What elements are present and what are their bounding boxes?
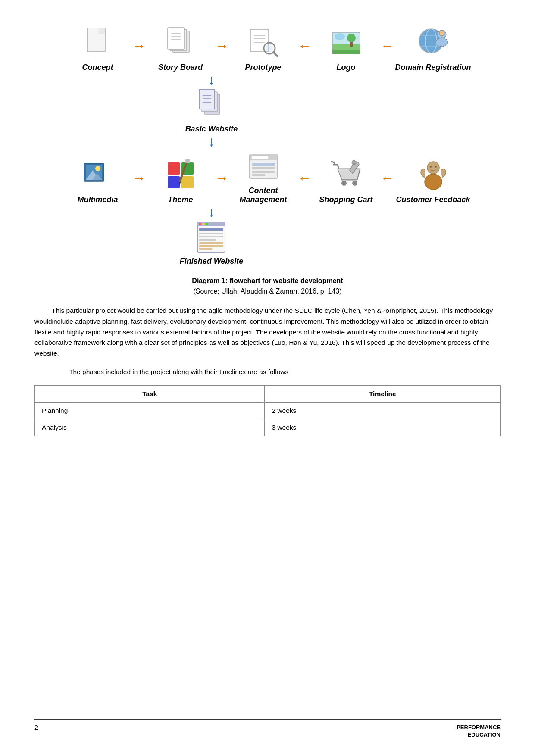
- svg-point-60: [430, 166, 432, 168]
- svg-point-29: [439, 31, 444, 36]
- arrow-domain-logo: ←: [381, 38, 394, 72]
- fc-content: Content Management: [229, 149, 298, 204]
- arrow-theme-content: →: [215, 170, 229, 204]
- svg-rect-18: [332, 50, 360, 54]
- finished-website-label: Finished Website: [180, 257, 244, 266]
- body-paragraph2: The phases included in the project along…: [34, 367, 501, 378]
- finished-website-icon: [194, 220, 228, 254]
- flowchart-row1: Concept → Story Board →: [63, 26, 472, 72]
- fc-storyboard: Story Board: [146, 26, 215, 72]
- page-footer: 2 PERFORMANCE EDUCATION: [34, 719, 501, 739]
- concept-label: Concept: [82, 63, 113, 72]
- diagram-caption: Diagram 1: flowchart for website develop…: [34, 277, 501, 285]
- content-icon: [246, 149, 281, 184]
- svg-rect-63: [197, 222, 225, 226]
- svg-point-40: [95, 166, 100, 171]
- storyboard-label: Story Board: [158, 63, 203, 72]
- svg-point-21: [335, 33, 345, 40]
- svg-rect-50: [251, 156, 269, 159]
- fc-prototype: Prototype: [229, 26, 298, 72]
- table-row: Planning2 weeks: [35, 402, 501, 419]
- svg-rect-73: [199, 248, 212, 250]
- fc-theme: Theme: [146, 158, 215, 204]
- fc-shopping: Shopping Cart: [312, 158, 381, 204]
- arrow-prototype-basic: ↓: [34, 73, 501, 87]
- svg-rect-67: [199, 228, 223, 231]
- svg-rect-43: [168, 176, 180, 188]
- prototype-icon: [246, 26, 281, 60]
- arrow-storyboard-prototype: →: [215, 38, 229, 72]
- svg-line-15: [273, 52, 277, 56]
- svg-point-59: [425, 174, 442, 190]
- svg-point-66: [206, 223, 208, 225]
- multimedia-icon: [81, 158, 115, 193]
- svg-point-65: [202, 223, 205, 225]
- fc-multimedia: Multimedia: [63, 158, 132, 204]
- svg-point-58: [427, 162, 439, 174]
- arrow-concept-storyboard: →: [132, 38, 146, 72]
- fc-domain: Domain Registration: [394, 26, 472, 72]
- flowchart-row2: Multimedia → Theme: [63, 149, 472, 204]
- domain-label: Domain Registration: [395, 63, 471, 72]
- fc-concept: Concept: [63, 26, 132, 72]
- page-number: 2: [34, 724, 38, 731]
- svg-point-64: [199, 223, 201, 225]
- svg-rect-20: [350, 42, 353, 47]
- svg-rect-5: [168, 28, 184, 49]
- svg-point-19: [347, 34, 356, 42]
- basic-website-icon: [194, 87, 228, 122]
- diagram-source: (Source: Ullah, Alauddin & Zaman, 2016, …: [34, 287, 501, 295]
- svg-rect-71: [199, 242, 223, 244]
- shopping-label: Shopping Cart: [319, 195, 373, 204]
- svg-point-28: [436, 38, 448, 47]
- svg-rect-54: [252, 174, 265, 176]
- col-task: Task: [35, 385, 265, 402]
- multimedia-label: Multimedia: [77, 195, 118, 204]
- body-paragraph1: This particular project would be carried…: [34, 306, 501, 359]
- domain-icon: [416, 26, 451, 60]
- fc-finished-website: Finished Website: [180, 220, 244, 266]
- arrow-logo-prototype: ←: [298, 38, 312, 72]
- svg-rect-53: [252, 171, 275, 173]
- theme-label: Theme: [168, 195, 193, 204]
- fc-customer: Customer Feedback: [394, 158, 472, 204]
- svg-point-57: [352, 160, 356, 165]
- shopping-icon: [329, 158, 363, 193]
- svg-rect-47: [185, 159, 190, 163]
- brand-line2: EDUCATION: [468, 731, 501, 738]
- svg-rect-32: [199, 89, 215, 109]
- col-timeline: Timeline: [265, 385, 501, 402]
- fc-basic-website: Basic Website: [185, 87, 238, 134]
- storyboard-icon: [163, 26, 198, 60]
- arrow-customer-shopping: ←: [381, 170, 394, 204]
- brand-logo: PERFORMANCE EDUCATION: [457, 724, 501, 739]
- svg-rect-68: [199, 233, 223, 234]
- table-header-row: Task Timeline: [35, 385, 501, 402]
- customer-icon: [416, 158, 451, 193]
- logo-icon: [329, 26, 363, 60]
- svg-rect-72: [199, 245, 223, 247]
- logo-label: Logo: [337, 63, 356, 72]
- arrow-shopping-content: ←: [298, 170, 312, 204]
- theme-icon: [163, 158, 198, 193]
- svg-rect-70: [199, 239, 216, 241]
- arrow-content-finished: ↓: [34, 205, 501, 219]
- prototype-label: Prototype: [245, 63, 281, 72]
- concept-icon: [81, 26, 115, 60]
- svg-rect-69: [199, 236, 223, 237]
- fc-logo: Logo: [312, 26, 381, 72]
- svg-rect-52: [252, 167, 275, 169]
- svg-point-61: [435, 166, 437, 168]
- content-label: Content Management: [229, 186, 298, 204]
- svg-point-55: [341, 181, 347, 186]
- customer-label: Customer Feedback: [396, 195, 470, 204]
- svg-point-14: [266, 44, 273, 52]
- arrow-basic-row2: ↓: [34, 134, 501, 148]
- flowchart: Concept → Story Board →: [34, 26, 501, 269]
- svg-rect-41: [168, 162, 180, 175]
- timeline-table: Task Timeline Planning2 weeksAnalysis3 w…: [34, 385, 501, 436]
- brand-line1: PERFORMANCE: [457, 724, 501, 731]
- diagram-title: Diagram 1: flowchart for website develop…: [34, 277, 501, 285]
- basic-website-label: Basic Website: [185, 125, 238, 134]
- svg-point-56: [352, 181, 357, 186]
